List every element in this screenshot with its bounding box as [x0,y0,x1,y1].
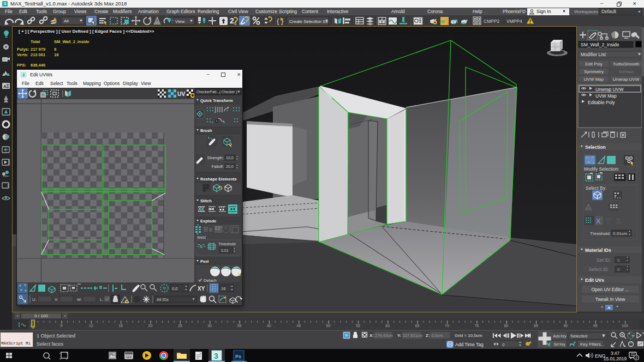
svg-text:Peel: Peel [200,259,208,264]
svg-text:Modifier List: Modifier List [581,52,606,57]
svg-text:55: 55 [356,324,360,328]
svg-text:Select By:: Select By: [586,185,606,191]
svg-text:Selection: Selection [585,144,606,150]
svg-text:Unwrap UVW: Unwrap UVW [595,87,623,92]
svg-text:Add Time Tag: Add Time Tag [455,342,484,347]
svg-text:0,01cm: 0,01cm [613,231,628,236]
svg-text:SM_Wall_2_Inside: SM_Wall_2_Inside [581,42,619,47]
svg-text:0: 0 [32,325,34,329]
svg-text:70: 70 [445,324,449,328]
svg-text:Create Selection Se: Create Selection Se [289,19,329,24]
svg-text:16: 16 [221,286,225,291]
svg-text:35: 35 [237,324,242,328]
svg-text:Brush: Brush [200,128,212,133]
svg-text:Auto Key: Auto Key [553,334,567,339]
svg-text:Grid = 10,0cm: Grid = 10,0cm [455,333,482,338]
svg-text:5: 5 [60,324,62,328]
svg-text:CheckerPatt...( Checker ): CheckerPatt...( Checker ) [196,90,237,94]
svg-text:Threshold:: Threshold: [218,242,236,246]
svg-text:Unwrap UVW: Unwrap UVW [613,77,640,82]
svg-text:Explode: Explode [200,219,216,224]
svg-text:30: 30 [207,324,212,328]
svg-text:327,611cm: 327,611cm [403,333,423,338]
svg-text:+: + [223,120,225,124]
svg-text:Surface: Surface [618,69,634,74]
svg-text:Modify Selection:: Modify Selection: [584,166,619,172]
svg-text:0: 0 [502,342,505,347]
svg-text:2: 2 [230,16,234,25]
svg-text:Select ID: Select ID [589,267,608,272]
svg-text:Edit Poly: Edit Poly [585,62,603,67]
svg-text:3:47: 3:47 [611,351,620,356]
svg-text:85: 85 [534,324,538,328]
svg-text:All IDs: All IDs [157,297,169,302]
svg-text:Detach: Detach [204,278,217,282]
svg-text:Threshold:: Threshold: [590,231,611,236]
svg-text:Edit UVs: Edit UVs [585,277,604,283]
svg-text:L:: L: [100,297,103,302]
svg-text:A: A [3,84,7,89]
svg-text:60: 60 [385,324,390,328]
svg-text:Open UV Editor ...: Open UV Editor ... [592,287,629,292]
svg-text:+: + [226,108,228,112]
svg-text:Set Key: Set Key [554,342,565,347]
svg-text:45: 45 [296,324,301,328]
svg-text:XY: XY [198,286,205,292]
svg-text:90: 90 [563,324,568,328]
svg-text:Y:: Y: [397,333,401,338]
svg-text:15: 15 [118,324,123,328]
svg-text:0,0cm: 0,0cm [432,333,443,338]
svg-text:50: 50 [326,324,331,328]
svg-text:View: View [175,19,184,24]
svg-text:Editable Poly: Editable Poly [588,100,615,105]
svg-text:V:: V: [55,297,58,302]
svg-text:75: 75 [474,324,479,328]
svg-text:Y: Y [606,217,611,225]
svg-text:CMPP2: CMPP2 [484,19,500,24]
svg-text:20,0: 20,0 [226,165,234,168]
svg-text:Weld: Weld [197,236,206,239]
svg-text:U:: U: [32,297,37,302]
svg-text:{: { [277,17,279,25]
svg-text:Quick Transform: Quick Transform [200,98,233,103]
svg-text:Ps: Ps [235,354,241,359]
svg-text:100: 100 [622,324,628,328]
svg-text:274,43cm: 274,43cm [375,333,393,338]
svg-text:15.01.2019: 15.01.2019 [604,356,627,361]
svg-text:Stitch: Stitch [200,198,212,203]
svg-text:5: 5 [234,22,236,26]
svg-text:Z: Z [616,217,621,225]
svg-text:10,0: 10,0 [226,156,234,160]
svg-text:0: 0 [617,267,620,272]
svg-text:Set ID:: Set ID: [597,257,611,263]
svg-text:0,01: 0,01 [221,249,229,252]
svg-text:121: 121 [126,355,132,359]
svg-text:65: 65 [415,324,420,328]
svg-text:Material IDs: Material IDs [585,248,611,253]
svg-text:All: All [64,19,69,23]
svg-text:2: 2 [635,356,637,360]
svg-text:10: 10 [89,324,93,328]
svg-text:Selected: Selected [570,334,587,339]
svg-text:+: + [214,111,216,114]
svg-text:Reshape Elements: Reshape Elements [200,177,237,182]
svg-text:X:: X: [369,333,374,338]
svg-text:TurboSmooth: TurboSmooth [613,62,639,67]
svg-text:UV: UV [177,90,186,97]
svg-text:40: 40 [267,324,271,328]
svg-text:Key Filters...: Key Filters... [580,342,604,347]
svg-text:X: X [596,217,601,225]
svg-text:Strength:: Strength: [207,155,224,160]
svg-text:25: 25 [178,324,182,328]
svg-text:+: + [211,120,213,124]
svg-text:20: 20 [148,324,153,328]
svg-text:3: 3 [214,352,218,360]
svg-text:Falloff:: Falloff: [212,164,224,169]
svg-text:0: 0 [617,258,620,263]
svg-text:W:: W: [77,297,82,302]
svg-text:80: 80 [504,324,509,328]
svg-text:UVW Map: UVW Map [584,77,604,82]
svg-text:VMPP4: VMPP4 [506,19,522,24]
svg-text:UVW Map: UVW Map [595,93,617,99]
svg-text:Tweak In View: Tweak In View [595,297,626,302]
